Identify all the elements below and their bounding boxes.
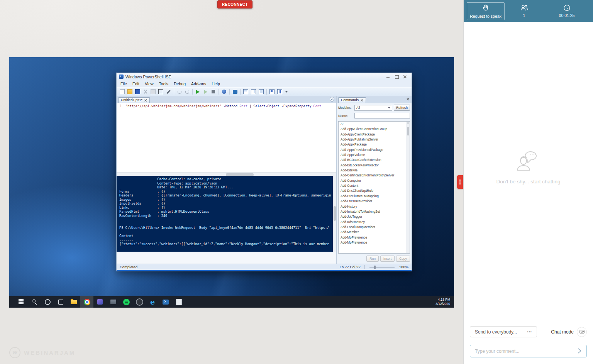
maximize-button[interactable] bbox=[395, 75, 398, 78]
taskbar-clock[interactable]: 4:18 PM 3/12/2020 bbox=[435, 296, 454, 308]
paste-icon[interactable] bbox=[151, 89, 156, 94]
copy-button[interactable]: Copy bbox=[396, 256, 410, 262]
command-list-item[interactable]: Add-Computer bbox=[339, 178, 410, 183]
commands-tab[interactable]: Commands bbox=[338, 97, 366, 103]
comment-input[interactable] bbox=[470, 345, 587, 357]
layout-top-icon[interactable] bbox=[243, 89, 248, 94]
modules-dropdown[interactable]: All bbox=[354, 105, 392, 111]
scrollbar-thumb[interactable] bbox=[334, 206, 336, 221]
commands-pane-close-icon[interactable] bbox=[407, 98, 409, 100]
edge-icon[interactable] bbox=[146, 296, 159, 308]
zoom-slider[interactable] bbox=[364, 265, 395, 269]
command-list-item[interactable]: Add-Content bbox=[339, 183, 410, 188]
new-script-icon[interactable] bbox=[120, 89, 125, 94]
command-list-item[interactable]: A: bbox=[339, 122, 410, 127]
redo-icon[interactable] bbox=[185, 89, 190, 94]
wrench-icon[interactable] bbox=[166, 89, 171, 94]
powershell-exe-icon[interactable] bbox=[232, 89, 237, 94]
command-list-item[interactable]: Add-AppvPublishingServer bbox=[339, 137, 410, 142]
sidebar-collapse-handle[interactable] bbox=[457, 175, 463, 189]
console-scrollbar[interactable] bbox=[333, 176, 336, 252]
powershell-icon[interactable] bbox=[159, 296, 172, 308]
layout-max-icon[interactable] bbox=[259, 89, 264, 94]
open-script-icon[interactable] bbox=[127, 89, 132, 94]
collapse-script-pane-button[interactable] bbox=[330, 97, 334, 102]
layout-right-icon[interactable] bbox=[251, 89, 256, 94]
command-list-item[interactable]: Add-CertificateEnrollmentPolicyServer bbox=[339, 173, 410, 178]
show-command-addon-icon[interactable] bbox=[277, 89, 282, 94]
scrollbar-thumb[interactable] bbox=[226, 173, 254, 176]
command-list-item[interactable]: Add-JobTrigger bbox=[339, 214, 410, 219]
commands-tab-close-icon[interactable] bbox=[361, 99, 363, 102]
clear-console-icon[interactable] bbox=[158, 89, 163, 94]
reconnect-button[interactable]: RECONNECT bbox=[217, 0, 252, 8]
request-to-speak-button[interactable]: Request to speak bbox=[467, 2, 505, 20]
remote-tab-icon[interactable] bbox=[222, 89, 227, 94]
send-comment-button[interactable] bbox=[576, 347, 583, 356]
command-list-item[interactable]: Add-BitLockerKeyProtector bbox=[339, 163, 410, 168]
menu-help[interactable]: Help bbox=[212, 81, 220, 86]
search-icon[interactable] bbox=[28, 296, 41, 308]
commands-list-scrollbar[interactable] bbox=[406, 122, 410, 253]
command-list-item[interactable]: Add-BitsFile bbox=[339, 168, 410, 173]
menu-file[interactable]: File bbox=[120, 81, 127, 86]
start-icon[interactable] bbox=[15, 296, 28, 308]
command-list-item[interactable]: Add-Member bbox=[339, 230, 410, 235]
command-list-item[interactable]: Add-MpPreference bbox=[339, 240, 410, 245]
command-list-item[interactable]: Add-AppxProvisionedPackage bbox=[339, 147, 410, 152]
tab-close-icon[interactable] bbox=[144, 99, 147, 102]
command-list-item[interactable]: Add-EtwTraceProvider bbox=[339, 199, 410, 204]
cortana-icon[interactable] bbox=[41, 296, 54, 308]
menu-add-ons[interactable]: Add-ons bbox=[191, 81, 206, 86]
code-token: -ExpandProperty bbox=[280, 104, 312, 108]
menu-view[interactable]: View bbox=[145, 81, 154, 86]
scrollbar-thumb[interactable] bbox=[407, 127, 409, 135]
command-name-input[interactable] bbox=[354, 113, 410, 119]
insert-button[interactable]: Insert bbox=[380, 256, 395, 262]
run-selection-icon[interactable] bbox=[203, 89, 208, 94]
task-view-icon[interactable] bbox=[54, 296, 67, 308]
script-tab[interactable]: Untitled1.ps1* bbox=[118, 97, 150, 103]
file-explorer-icon[interactable] bbox=[67, 296, 80, 308]
run-button[interactable]: Run bbox=[366, 256, 379, 262]
command-list-item[interactable]: Add-BCDataCacheExtension bbox=[339, 157, 410, 163]
pinned-app-3-icon[interactable] bbox=[172, 296, 185, 308]
editor-horizontal-scrollbar[interactable] bbox=[117, 172, 336, 176]
run-script-icon[interactable] bbox=[195, 89, 200, 94]
command-list-item[interactable]: Add-MpPreference bbox=[339, 235, 410, 240]
undo-icon[interactable] bbox=[177, 89, 182, 94]
command-list-item[interactable]: Add-AppxVolume bbox=[339, 152, 410, 157]
more-icon[interactable] bbox=[285, 89, 288, 94]
spotify-icon[interactable] bbox=[120, 296, 133, 308]
command-list-item[interactable]: Add-AppvClientConnectionGroup bbox=[339, 127, 410, 132]
command-list-item[interactable]: Add-AppxPackage bbox=[339, 142, 410, 147]
menu-edit[interactable]: Edit bbox=[132, 81, 139, 86]
command-list-item[interactable]: Add-LocalGroupMember bbox=[339, 225, 410, 230]
console-pane[interactable]: Cache-Control: no-cache, private Content… bbox=[117, 176, 336, 252]
chat-mode-toggle[interactable] bbox=[577, 327, 587, 337]
menu-debug[interactable]: Debug bbox=[174, 81, 186, 86]
commands-list[interactable]: A:Add-AppvClientConnectionGroupAdd-AppvC… bbox=[338, 121, 410, 254]
zoom-slider-thumb[interactable] bbox=[374, 266, 376, 269]
shutter-app-icon[interactable] bbox=[133, 296, 146, 308]
refresh-button[interactable]: Refresh bbox=[394, 105, 410, 111]
command-list-item[interactable]: Add-InitiatorIdToMaskingSet bbox=[339, 209, 410, 214]
menu-tools[interactable]: Tools bbox=[159, 81, 169, 86]
minimize-button[interactable] bbox=[386, 75, 390, 78]
stop-icon[interactable] bbox=[211, 89, 216, 94]
save-icon[interactable] bbox=[135, 89, 140, 94]
chrome-icon[interactable] bbox=[80, 296, 93, 308]
close-window-button[interactable] bbox=[403, 75, 407, 78]
pinned-app-1-icon[interactable] bbox=[93, 296, 107, 308]
pinned-app-2-icon[interactable] bbox=[107, 296, 120, 308]
command-list-item[interactable]: Add-KdsRootKey bbox=[339, 220, 410, 225]
command-list-item[interactable]: Add-DtcClusterTMMapping bbox=[339, 194, 410, 199]
command-list-item[interactable]: Add-DnsClientNrptRule bbox=[339, 188, 410, 193]
command-list-item[interactable]: Add-AppvClientPackage bbox=[339, 132, 410, 137]
command-list-item[interactable]: Add-History bbox=[339, 204, 410, 209]
show-script-pane-icon[interactable] bbox=[269, 89, 274, 94]
script-editor[interactable]: 1"https://api.webinarjam.com/webinarjam/… bbox=[117, 103, 336, 172]
cut-icon[interactable] bbox=[143, 89, 148, 94]
commands-buttons: RunInsertCopy bbox=[338, 254, 410, 264]
send-to-dropdown[interactable]: Send to everybody... ••• bbox=[470, 326, 537, 337]
